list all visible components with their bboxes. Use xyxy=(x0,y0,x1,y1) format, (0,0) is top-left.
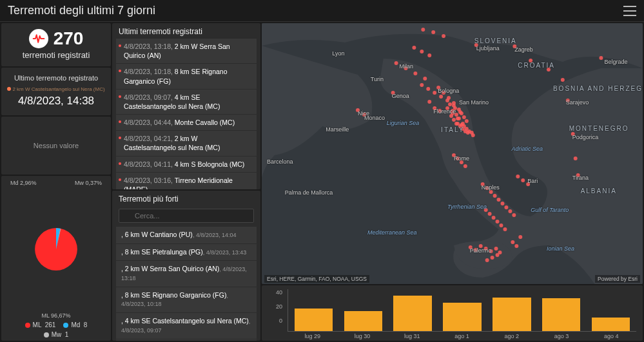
quake-point[interactable] xyxy=(457,117,461,120)
bar[interactable] xyxy=(493,298,531,331)
map-label: Turin xyxy=(371,76,384,82)
quake-point[interactable] xyxy=(439,95,443,99)
quake-point[interactable] xyxy=(421,28,425,32)
quake-point[interactable] xyxy=(508,209,512,213)
quake-point[interactable] xyxy=(456,122,460,126)
legend-item[interactable]: ML 261 xyxy=(25,321,56,328)
menu-icon[interactable] xyxy=(623,6,636,16)
quake-point[interactable] xyxy=(500,202,504,205)
quake-point[interactable] xyxy=(521,178,525,182)
bar[interactable] xyxy=(344,311,383,331)
quake-point[interactable] xyxy=(448,102,452,106)
quake-point[interactable] xyxy=(496,253,500,257)
strongest-item[interactable]: , Monte Cavallo (MC), 4/8/2023, 04:44 xyxy=(116,339,257,341)
quake-point[interactable] xyxy=(496,220,500,223)
quake-point[interactable] xyxy=(463,164,467,168)
quake-point[interactable] xyxy=(427,53,431,57)
quake-point[interactable] xyxy=(426,87,430,91)
map-label: San Marino xyxy=(459,99,489,106)
bar-chart[interactable] xyxy=(288,289,636,332)
quake-point[interactable] xyxy=(420,50,424,53)
ytick: 20 xyxy=(268,303,282,310)
recent-item[interactable]: 4/8/2023, 04:11, 4 km S Bolognola (MC) xyxy=(116,157,257,173)
strongest-item[interactable]: , 2 km W Serra San Quirico (AN), 4/8/202… xyxy=(116,261,257,287)
quake-point[interactable] xyxy=(427,100,431,104)
ytick: 40 xyxy=(268,289,282,296)
legend-item[interactable]: Mw 1 xyxy=(44,331,69,338)
strongest-list[interactable]: , 6 km W Cantiano (PU), 4/8/2023, 14:04,… xyxy=(112,227,260,341)
recent-list-title: Ultimi terremoti registrati xyxy=(112,23,260,39)
quake-point[interactable] xyxy=(574,157,578,160)
quake-point[interactable] xyxy=(494,247,498,251)
map-label: Genoa xyxy=(392,93,409,99)
bar[interactable] xyxy=(592,318,630,331)
recent-item[interactable]: 4/8/2023, 09:07, 4 km SE Castelsantangel… xyxy=(116,90,257,115)
legend-item[interactable]: Md 8 xyxy=(63,321,87,328)
quake-point[interactable] xyxy=(500,223,503,227)
quake-point[interactable] xyxy=(512,213,516,217)
strongest-item[interactable]: , 4 km SE Castelsantangelo sul Nera (MC)… xyxy=(116,313,257,339)
chart-xaxis: lug 29lug 30lug 31ago 1ago 2ago 3ago 4 xyxy=(268,332,636,339)
map-label: Monaco xyxy=(364,115,385,121)
quake-point[interactable] xyxy=(503,227,507,231)
quake-point[interactable] xyxy=(413,71,417,75)
recent-item[interactable]: 4/8/2023, 04:44, Monte Cavallo (MC) xyxy=(116,115,257,131)
quake-point[interactable] xyxy=(433,91,436,95)
quake-point[interactable] xyxy=(491,256,494,260)
quake-point[interactable] xyxy=(412,46,416,50)
bar[interactable] xyxy=(295,309,333,331)
quake-point[interactable] xyxy=(488,212,492,216)
quake-point[interactable] xyxy=(516,175,520,178)
quake-point[interactable] xyxy=(511,240,514,244)
quake-point[interactable] xyxy=(452,118,456,122)
quake-point[interactable] xyxy=(420,83,424,87)
quake-point[interactable] xyxy=(471,133,475,137)
quake-point[interactable] xyxy=(395,61,398,65)
quake-point[interactable] xyxy=(445,99,449,102)
search-input[interactable] xyxy=(119,209,254,223)
quake-point[interactable] xyxy=(493,194,497,198)
map-label: Tyrrhenian Sea xyxy=(447,204,487,210)
quake-point[interactable] xyxy=(492,216,496,220)
bar[interactable] xyxy=(542,298,581,331)
strongest-item[interactable]: , 6 km W Cantiano (PU), 4/8/2023, 14:04 xyxy=(116,227,257,244)
quake-point[interactable] xyxy=(458,110,462,114)
xtick: ago 4 xyxy=(587,333,636,339)
map-label: Mediterranean Sea xyxy=(367,229,417,236)
strongest-item[interactable]: , 8 km SE Pietralunga (PG), 4/8/2023, 13… xyxy=(116,244,257,261)
quake-point[interactable] xyxy=(599,56,603,60)
map[interactable]: LyonTurinMilanGenoaNiceMonacoMarseilleBo… xyxy=(262,23,643,284)
map-attribution-right: Powered by Esri xyxy=(595,275,640,283)
map-label: SLOVENIA xyxy=(474,37,517,44)
quake-point[interactable] xyxy=(485,258,489,262)
quake-point[interactable] xyxy=(561,78,565,82)
map-label: ALBANIA xyxy=(581,187,617,195)
map-canvas[interactable] xyxy=(262,23,643,284)
pie-chart[interactable] xyxy=(32,225,80,273)
quake-point[interactable] xyxy=(465,119,469,123)
map-label: ITALY xyxy=(441,126,464,133)
ytick: 0 xyxy=(268,318,282,324)
strongest-item[interactable]: , 8 km SE Rignano Garganico (FG), 4/8/20… xyxy=(116,287,257,313)
quake-point[interactable] xyxy=(462,115,466,119)
xtick: ago 2 xyxy=(487,333,536,339)
recent-item[interactable]: 4/8/2023, 10:18, 8 km SE Rignano Gargani… xyxy=(116,64,257,89)
bar[interactable] xyxy=(393,296,432,331)
map-label: MONTENEGRO xyxy=(569,125,629,132)
map-label: Bologna xyxy=(438,88,459,94)
recent-item[interactable]: 4/8/2023, 04:21, 2 km W Castelsantangelo… xyxy=(116,131,257,156)
bar[interactable] xyxy=(443,303,482,331)
quake-point[interactable] xyxy=(497,198,501,202)
pie-legend-2: Mw 1 xyxy=(5,331,107,338)
quake-point[interactable] xyxy=(423,77,427,81)
recent-list-card: Ultimi terremoti registrati 4/8/2023, 13… xyxy=(112,23,260,189)
quake-point[interactable] xyxy=(504,205,508,209)
recent-item[interactable]: 4/8/2023, 13:18, 2 km W Serra San Quiric… xyxy=(116,39,257,64)
quake-point[interactable] xyxy=(514,244,518,248)
quake-point[interactable] xyxy=(442,34,445,38)
quake-point[interactable] xyxy=(431,30,435,34)
quake-point[interactable] xyxy=(518,235,522,239)
recent-list[interactable]: 4/8/2023, 13:18, 2 km W Serra San Quiric… xyxy=(112,39,260,189)
map-label: Gulf of Taranto xyxy=(531,207,569,213)
recent-item[interactable]: 4/8/2023, 03:16, Tirreno Meridionale (MA… xyxy=(116,173,257,189)
